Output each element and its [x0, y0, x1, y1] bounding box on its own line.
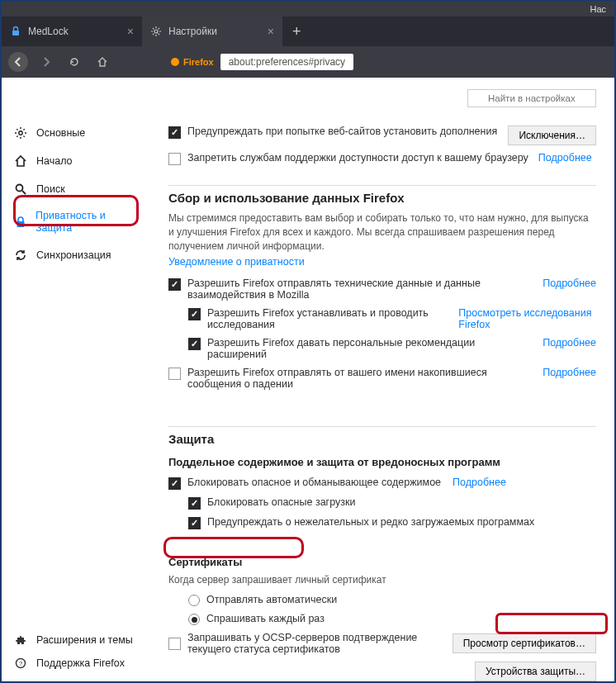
label-ocsp: Запрашивать у OCSP-серверов подтверждени…: [187, 632, 446, 655]
home-icon: [13, 154, 28, 168]
exceptions-button[interactable]: Исключения…: [508, 126, 596, 145]
subheading-deceptive: Поддельное содержимое и защита от вредон…: [168, 456, 596, 468]
firefox-brand-icon: Firefox: [170, 57, 214, 67]
checkbox-tech-data[interactable]: [168, 278, 181, 291]
sidebar-item-search[interactable]: Поиск: [2, 175, 150, 203]
checkbox-ocsp[interactable]: [168, 638, 181, 650]
tab-medlock[interactable]: MedLock ×: [2, 17, 142, 46]
link-more-recs[interactable]: Подробнее: [543, 337, 596, 349]
back-button[interactable]: [8, 52, 28, 72]
sidebar-item-privacy[interactable]: Приватность и Защита: [2, 203, 150, 241]
checkbox-block-danger[interactable]: [168, 477, 181, 490]
label-warn-addons: Предупреждать при попытке веб-сайтов уст…: [187, 126, 497, 137]
label-recs: Разрешить Firefox давать персональные ре…: [207, 337, 531, 360]
link-more-a11y[interactable]: Подробнее: [538, 152, 592, 164]
checkbox-warn-sw[interactable]: [188, 517, 201, 529]
label-block-a11y: Запретить службам поддержки доступности …: [187, 152, 528, 164]
label-block-dl: Блокировать опасные загрузки: [207, 496, 355, 508]
checkbox-block-dl[interactable]: [188, 497, 201, 510]
label-tech-data: Разрешить Firefox отправлять технические…: [187, 277, 531, 301]
preferences-sidebar: Основные Начало Поиск Приватность и Защи…: [2, 78, 150, 681]
svg-rect-0: [12, 31, 19, 36]
link-view-studies[interactable]: Просмотреть исследования Firefox: [458, 307, 596, 330]
reload-button[interactable]: [64, 52, 84, 72]
sidebar-footer: Расширения и темы ? Поддержка Firefox: [13, 628, 133, 675]
close-icon[interactable]: ×: [268, 25, 274, 38]
search-input[interactable]: [467, 89, 596, 107]
svg-rect-6: [17, 221, 24, 227]
checkbox-block-a11y[interactable]: [168, 153, 181, 165]
close-icon[interactable]: ×: [127, 25, 134, 38]
gear-icon: [150, 26, 162, 37]
question-icon: ?: [13, 656, 28, 671]
nav-toolbar: Firefox about:preferences#privacy: [2, 46, 614, 78]
sync-icon: [13, 248, 28, 263]
svg-line-5: [22, 191, 26, 194]
checkbox-crash[interactable]: [168, 368, 181, 380]
label-warn-sw: Предупреждать о нежелательных и редко за…: [207, 516, 534, 528]
svg-point-1: [154, 30, 158, 33]
checkbox-recs[interactable]: [188, 338, 201, 350]
tab-settings[interactable]: Настройки ×: [142, 17, 282, 46]
radio-cert-ask[interactable]: [188, 614, 200, 625]
tab-label: Настройки: [168, 26, 217, 37]
label-cert-ask: Спрашивать каждый раз: [206, 613, 325, 624]
home-button[interactable]: [92, 52, 112, 72]
tab-strip: MedLock × Настройки × +: [2, 17, 614, 46]
link-more-danger[interactable]: Подробнее: [453, 477, 506, 488]
heading-data-collection: Сбор и использование данных Firefox: [168, 191, 596, 205]
url-text: about:preferences#privacy: [220, 54, 353, 70]
lock-icon: [13, 215, 27, 230]
svg-point-4: [17, 185, 23, 192]
link-privacy-notice[interactable]: Уведомление о приватности: [168, 256, 305, 268]
checkbox-warn-addons[interactable]: [168, 126, 181, 139]
checkbox-studies[interactable]: [188, 308, 201, 320]
svg-point-3: [19, 131, 22, 135]
search-icon: [13, 182, 28, 197]
label-block-danger: Блокировать опасное и обманывающее содер…: [187, 477, 441, 488]
sidebar-item-general[interactable]: Основные: [2, 119, 150, 147]
desc-data-collection: Мы стремимся предоставить вам выбор и со…: [168, 211, 596, 253]
sidebar-item-support[interactable]: ? Поддержка Firefox: [13, 652, 133, 675]
sidebar-item-sync[interactable]: Синхронизация: [2, 241, 150, 269]
link-more-crash[interactable]: Подробнее: [543, 367, 596, 378]
address-bar[interactable]: Firefox about:preferences#privacy: [170, 54, 353, 70]
forward-button[interactable]: [36, 52, 56, 72]
window-titlebar: Нас: [2, 2, 614, 17]
sidebar-item-home[interactable]: Начало: [2, 147, 150, 175]
view-certificates-button[interactable]: Просмотр сертификатов…: [453, 633, 596, 653]
sidebar-item-extensions[interactable]: Расширения и темы: [13, 628, 133, 652]
label-cert-auto: Отправлять автоматически: [206, 594, 337, 605]
heading-security: Защита: [168, 432, 596, 446]
security-devices-button[interactable]: Устройства защиты…: [475, 662, 596, 681]
puzzle-icon: [13, 633, 28, 647]
heading-certificates: Сертификаты: [168, 556, 596, 568]
link-more-tech[interactable]: Подробнее: [543, 277, 596, 289]
tab-label: MedLock: [28, 26, 69, 37]
svg-text:?: ?: [19, 660, 23, 667]
lock-icon: [10, 26, 21, 37]
label-crash: Разрешить Firefox отправлять от вашего и…: [187, 367, 536, 390]
svg-point-2: [171, 58, 179, 66]
label-studies: Разрешить Firefox устанавливать и провод…: [207, 307, 447, 330]
gear-icon: [13, 126, 28, 140]
preferences-content: Предупреждать при попытке веб-сайтов уст…: [150, 78, 614, 681]
new-tab-button[interactable]: +: [282, 17, 311, 46]
desc-certs: Когда сервер запрашивает личный сертифик…: [168, 573, 596, 587]
radio-cert-auto[interactable]: [188, 595, 200, 606]
